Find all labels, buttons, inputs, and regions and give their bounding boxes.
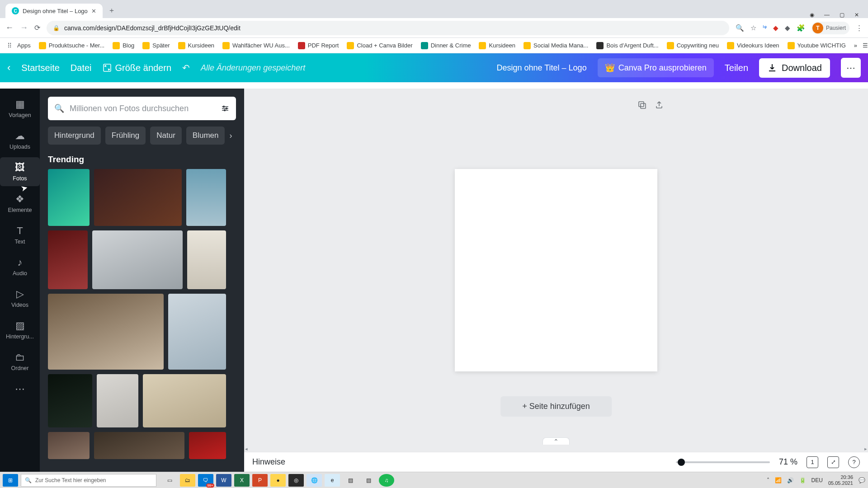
chrome-icon[interactable]: 🌐 (307, 474, 322, 487)
nav-back-icon[interactable]: ← (5, 23, 14, 33)
extension-icon[interactable]: ◆ (773, 24, 778, 32)
share-button[interactable]: Teilen (725, 63, 748, 73)
bookmark-item[interactable]: Cload + Canva Bilder (344, 40, 415, 51)
extension-icon-2[interactable]: ◆ (785, 24, 790, 32)
more-menu-button[interactable]: ⋯ (841, 58, 861, 78)
photo-thumbnail[interactable] (187, 230, 226, 289)
add-page-button[interactable]: + Seite hinzufügen (500, 396, 612, 417)
edge-icon[interactable]: e (325, 474, 340, 487)
window-maximize-icon[interactable]: ▢ (840, 12, 844, 18)
bookmark-item[interactable]: Videokurs Ideen (724, 40, 782, 51)
reload-icon[interactable]: ⟳ (34, 23, 40, 32)
photo-thumbnail[interactable] (186, 169, 226, 226)
notifications-icon[interactable]: 💬 (859, 477, 865, 483)
sidebar-item-audio[interactable]: ♪Audio (0, 252, 40, 281)
language-indicator[interactable]: DEU (811, 477, 823, 483)
filter-chip[interactable]: Hintergrund (48, 127, 101, 145)
spotify-icon[interactable]: ♫ (379, 474, 394, 487)
apps-shortcut[interactable]: ⠿Apps (5, 40, 33, 51)
file-menu[interactable]: Datei (71, 63, 92, 73)
page-count-badge[interactable]: 1 (807, 456, 818, 468)
task-view-icon[interactable]: ▭ (162, 474, 177, 487)
bookmark-item[interactable]: Blog (110, 40, 137, 51)
taskbar-search-input[interactable]: 🔍 Zur Suche Text hier eingeben (21, 474, 156, 487)
sidebar-item-photos[interactable]: 🖼Fotos (0, 157, 40, 186)
window-close-icon[interactable]: ✕ (854, 12, 859, 18)
sidebar-item-folders[interactable]: 🗀Ordner (0, 347, 40, 376)
photo-thumbnail[interactable] (94, 169, 182, 226)
taskbar-clock[interactable]: 20:36 05.05.2021 (828, 474, 853, 485)
sidebar-item-videos[interactable]: ▷Videos (0, 284, 40, 313)
sidebar-item-background[interactable]: ▨Hintergru... (0, 315, 40, 344)
download-button[interactable]: Download (759, 58, 830, 78)
zoom-indicator-icon[interactable]: 🔍 (736, 24, 744, 32)
word-icon[interactable]: W (216, 474, 231, 487)
zoom-knob[interactable] (678, 459, 685, 466)
zoom-label[interactable]: 71 % (779, 457, 797, 467)
photo-thumbnail[interactable] (97, 374, 138, 427)
sidebar-item-elements[interactable]: ❖Elemente (0, 189, 40, 218)
close-icon[interactable]: ✕ (91, 8, 96, 14)
fullscreen-icon[interactable]: ⤢ (827, 456, 839, 468)
photo-thumbnail[interactable] (48, 230, 88, 289)
bookmark-item[interactable]: Später (140, 40, 172, 51)
bookmark-item[interactable]: PDF Report (295, 40, 342, 51)
canvas-page[interactable] (455, 169, 657, 371)
extensions-puzzle-icon[interactable]: 🧩 (797, 24, 805, 32)
taskbar-app[interactable]: ▤ (361, 474, 376, 487)
photo-search-input[interactable]: 🔍 Millionen von Fotos durchsuchen (48, 97, 236, 120)
scroll-left-icon[interactable]: ◂ (245, 446, 248, 452)
bookmark-item[interactable]: Kursideen (476, 40, 518, 51)
sidebar-item-templates[interactable]: ▦Vorlagen (0, 94, 40, 123)
photo-thumbnail[interactable] (48, 169, 90, 226)
taskbar-app[interactable]: ● (270, 474, 286, 487)
account-indicator-icon[interactable]: ◉ (810, 12, 814, 18)
photo-thumbnail[interactable] (48, 432, 90, 459)
sidebar-item-more[interactable]: ⋯ (0, 379, 40, 399)
volume-icon[interactable]: 🔊 (787, 477, 794, 483)
bookmark-item[interactable]: Youtube WICHTIG (785, 40, 849, 51)
wifi-icon[interactable]: 📶 (775, 477, 782, 483)
photo-thumbnail[interactable] (143, 374, 226, 427)
tray-chevron-icon[interactable]: ˄ (767, 477, 769, 483)
bookmark-item[interactable]: Produktsuche - Mer... (36, 40, 108, 51)
bookmark-overflow-icon[interactable]: » (854, 42, 857, 49)
notes-button[interactable]: Hinweise (252, 457, 285, 467)
bookmark-item[interactable]: Dinner & Crime (418, 40, 474, 51)
design-title[interactable]: Design ohne Titel – Logo (497, 63, 587, 73)
photo-thumbnail[interactable] (92, 230, 183, 289)
sidebar-item-uploads[interactable]: ☁Uploads (0, 126, 40, 155)
photo-thumbnail[interactable] (94, 432, 184, 459)
zoom-slider[interactable] (676, 461, 770, 463)
battery-icon[interactable]: 🔋 (799, 477, 806, 483)
photo-thumbnail[interactable] (168, 294, 226, 370)
scroll-right-icon[interactable]: ▸ (864, 446, 867, 452)
translate-icon[interactable]: ᴵᵠ (763, 24, 767, 32)
photo-thumbnail[interactable] (189, 432, 226, 459)
bookmark-item[interactable]: Copywriting neu (664, 40, 722, 51)
filter-chip[interactable]: Blumen (186, 127, 225, 145)
bookmark-item[interactable]: Social Media Mana... (521, 40, 591, 51)
obs-icon[interactable]: ◎ (288, 474, 304, 487)
start-button[interactable]: ⊞ (3, 474, 18, 487)
help-icon[interactable]: ? (848, 456, 860, 468)
powerpoint-icon[interactable]: P (252, 474, 268, 487)
expand-notes-icon[interactable]: ⌃ (542, 437, 570, 445)
file-explorer-icon[interactable]: 🗂 (180, 474, 195, 487)
nav-forward-icon[interactable]: → (20, 23, 28, 33)
taskbar-app[interactable]: 🗨99+ (198, 474, 213, 487)
excel-icon[interactable]: X (234, 474, 250, 487)
filter-sliders-icon[interactable] (221, 104, 230, 113)
chrome-menu-icon[interactable]: ⋮ (856, 24, 863, 32)
undo-icon[interactable]: ↶ (182, 62, 190, 73)
sidebar-item-text[interactable]: TText (0, 221, 40, 249)
photo-thumbnail[interactable] (48, 294, 164, 370)
home-link[interactable]: Startseite (21, 63, 59, 73)
bookmark-item[interactable]: Bois d'Argent Duft... (594, 40, 661, 51)
profile-chip[interactable]: T Pausiert (811, 22, 849, 34)
bookmark-item[interactable]: Wahlfächer WU Aus... (220, 40, 292, 51)
try-pro-button[interactable]: 👑 Canva Pro ausprobieren (598, 58, 714, 77)
taskbar-app[interactable]: ▤ (343, 474, 358, 487)
photo-thumbnail[interactable] (48, 374, 92, 427)
filter-chip[interactable]: Natur (150, 127, 182, 145)
